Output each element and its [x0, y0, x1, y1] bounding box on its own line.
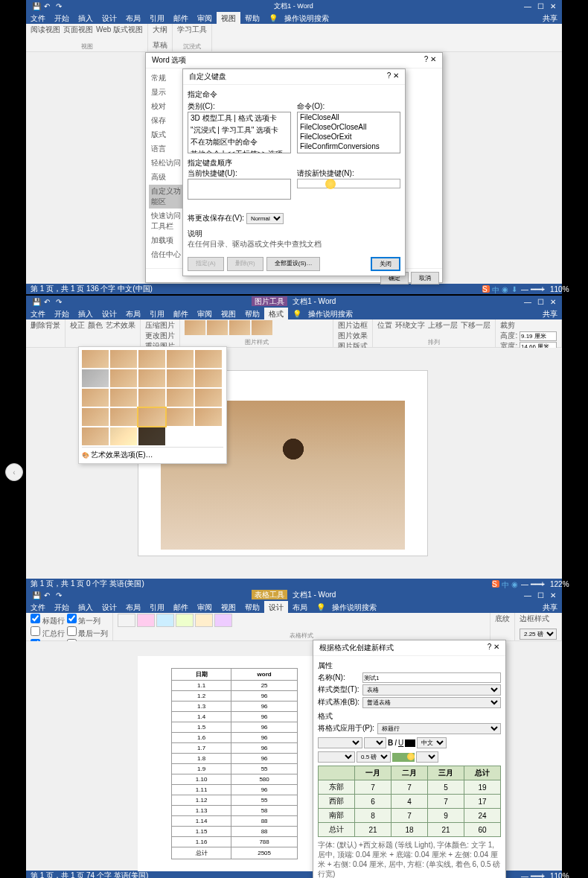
table-row[interactable]: 1.596 — [172, 722, 298, 733]
save-icon[interactable]: 💾 — [32, 2, 39, 10]
corrections[interactable]: 校正 — [70, 320, 85, 331]
tab-home[interactable]: 开始 — [50, 12, 74, 24]
color[interactable]: 颜色 — [88, 320, 103, 331]
effect-thumb[interactable] — [167, 350, 194, 368]
close-icon[interactable]: ✕ — [430, 55, 436, 63]
close-icon[interactable]: ✕ — [493, 643, 499, 651]
search-hint[interactable]: 💡 操作说明搜索 — [288, 308, 362, 319]
bold-button[interactable]: B — [388, 739, 393, 747]
close-button[interactable]: 关闭 — [371, 257, 400, 271]
apply-to-select[interactable]: 标题行 — [377, 723, 501, 734]
tab-mailings[interactable]: 邮件 — [169, 601, 193, 613]
tab-references[interactable]: 引用 — [145, 601, 169, 613]
side-trust[interactable]: 信任中心 — [149, 248, 184, 261]
tab-insert[interactable]: 插入 — [74, 601, 98, 613]
web-layout[interactable]: Web 版式视图 — [96, 25, 143, 35]
cancel-button[interactable]: 取消 — [411, 272, 439, 284]
table-style-thumb[interactable] — [137, 614, 155, 627]
effect-thumb[interactable] — [195, 369, 222, 387]
status-icon[interactable]: ⬇ — [511, 285, 519, 293]
effect-thumb[interactable] — [195, 350, 222, 368]
learning-tools[interactable]: 学习工具 — [177, 25, 207, 35]
tab-view[interactable]: 视图 — [217, 12, 240, 24]
effect-thumb[interactable] — [82, 427, 109, 445]
save-in-select[interactable]: Normal — [246, 213, 284, 224]
maximize-icon[interactable]: ☐ — [537, 591, 544, 599]
line-weight[interactable]: 0.5 磅 — [357, 751, 391, 763]
table-row[interactable]: 1.10580 — [172, 774, 298, 785]
help-icon[interactable]: ? — [387, 71, 392, 80]
effects-options[interactable]: 🎨 艺术效果选项(E)… — [82, 447, 223, 460]
effect-thumb[interactable] — [110, 389, 137, 407]
table-row[interactable]: 1.955 — [172, 764, 298, 774]
table-row[interactable]: 1.496 — [172, 712, 298, 722]
artistic-effects[interactable]: 艺术效果 — [106, 320, 135, 331]
reset-all-button[interactable]: 全部重设(S)… — [266, 257, 321, 271]
border-weight[interactable]: 2.25 磅 — [520, 629, 557, 640]
effect-thumb[interactable] — [82, 389, 109, 407]
side-general[interactable]: 常规 — [149, 71, 184, 85]
effect-thumb[interactable] — [138, 389, 165, 407]
side-ease[interactable]: 轻松访问 — [149, 156, 184, 170]
side-addins[interactable]: 加载项 — [149, 234, 184, 247]
table-row[interactable]: 1.1588 — [172, 827, 298, 837]
header-row-check[interactable] — [31, 614, 40, 623]
fill-button[interactable] — [392, 753, 415, 762]
style-base-select[interactable]: 普通表格 — [362, 697, 501, 708]
tab-table-design[interactable]: 设计 — [264, 601, 288, 613]
effect-thumb[interactable] — [138, 427, 165, 445]
help-icon[interactable]: ? — [488, 643, 492, 651]
effect-thumb[interactable] — [138, 369, 165, 387]
tab-layout[interactable]: 布局 — [121, 601, 145, 613]
tab-format[interactable]: 格式 — [264, 308, 288, 319]
document-table[interactable]: 日期word1.1251.2961.3961.4961.5961.6961.79… — [171, 668, 298, 859]
tab-insert[interactable]: 插入 — [74, 12, 98, 24]
redo-icon[interactable]: ↷ — [56, 591, 63, 599]
tab-mailings[interactable]: 邮件 — [169, 12, 193, 24]
zoom-level[interactable]: 110% — [550, 872, 557, 878]
effect-thumb[interactable] — [167, 389, 194, 407]
tab-design[interactable]: 设计 — [98, 12, 121, 24]
tab-view[interactable]: 视图 — [217, 308, 240, 319]
effect-thumb[interactable] — [110, 369, 137, 387]
height-input[interactable] — [520, 331, 557, 341]
tab-layout[interactable]: 布局 — [121, 12, 145, 24]
tab-file[interactable]: 文件 — [26, 601, 50, 613]
side-proofing[interactable]: 校对 — [149, 100, 184, 113]
shading[interactable]: 底纹 — [495, 614, 510, 624]
table-style-thumb[interactable] — [118, 614, 135, 627]
table-row[interactable]: 1.1196 — [172, 785, 298, 795]
categories-listbox[interactable]: 3D 模型工具 | 格式 选项卡 "沉浸式 | 学习工具" 选项卡 不在功能区中… — [188, 112, 291, 153]
style-type-select[interactable]: 表格 — [362, 684, 501, 696]
tab-help[interactable]: 帮助 — [240, 12, 264, 24]
table-style-thumb[interactable] — [156, 614, 174, 627]
effect-thumb[interactable] — [195, 408, 222, 426]
maximize-icon[interactable]: ☐ — [537, 298, 544, 306]
print-layout[interactable]: 页面视图 — [63, 25, 93, 35]
table-row[interactable]: 总计2505 — [172, 847, 298, 859]
tab-design[interactable]: 设计 — [98, 308, 121, 319]
minimize-icon[interactable]: — — [524, 2, 531, 10]
table-row[interactable]: 1.1358 — [172, 806, 298, 816]
table-style-thumb[interactable] — [214, 614, 232, 627]
line-style[interactable] — [318, 751, 355, 763]
effect-thumb[interactable] — [138, 408, 165, 426]
current-keys-listbox[interactable] — [188, 179, 291, 200]
zoom-level[interactable]: 110% — [550, 285, 557, 293]
table-row[interactable]: 1.1488 — [172, 816, 298, 827]
save-icon[interactable]: 💾 — [32, 298, 39, 305]
close-icon[interactable]: ✕ — [550, 298, 556, 306]
tab-file[interactable]: 文件 — [26, 12, 50, 24]
close-icon[interactable]: ✕ — [550, 591, 556, 599]
tab-help[interactable]: 帮助 — [240, 601, 264, 613]
undo-icon[interactable]: ↶ — [44, 2, 51, 10]
ime-icon[interactable]: S — [492, 580, 499, 588]
share-button[interactable]: 共享 — [538, 601, 562, 613]
redo-icon[interactable]: ↷ — [56, 2, 63, 10]
tab-references[interactable]: 引用 — [145, 12, 169, 24]
help-icon[interactable]: ? — [424, 55, 429, 63]
effect-thumb[interactable] — [110, 427, 137, 445]
tab-home[interactable]: 开始 — [50, 308, 74, 319]
effect-thumb[interactable] — [82, 369, 109, 387]
maximize-icon[interactable]: ☐ — [537, 2, 544, 10]
